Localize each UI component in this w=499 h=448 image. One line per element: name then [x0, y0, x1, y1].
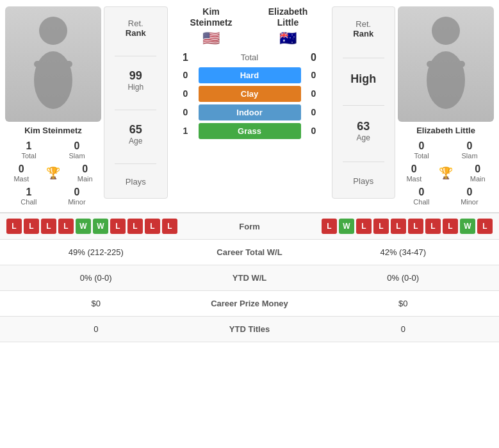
left-chall-val: 1 [26, 187, 31, 198]
right-chall-val: 0 [418, 187, 424, 198]
stats-right-value: 0 [314, 324, 493, 334]
grass-score-left: 1 [173, 126, 199, 136]
form-row: LLLLWWLLLL Form LWLLLLLLWL [0, 213, 499, 240]
form-badge-left: W [93, 219, 108, 234]
left-age-value: 65 [129, 123, 142, 137]
form-badge-right: L [425, 219, 441, 234]
stats-left-value: 49% (212-225) [6, 247, 186, 257]
right-stats-card: Ret. Rank High 63 Age Plays [332, 6, 396, 199]
stats-center-label: Career Total W/L [186, 247, 314, 257]
right-mast-val: 0 [411, 163, 417, 175]
form-badge-right: L [477, 219, 493, 234]
svg-point-1 [34, 51, 72, 109]
svg-rect-2 [34, 61, 72, 67]
right-player-card: Elizabeth Little 0 Total 0 Slam 0 Mast 🏆 [398, 6, 494, 206]
form-badge-right: L [443, 219, 458, 234]
right-chall-label: Chall [413, 198, 429, 206]
form-badge-right: L [356, 219, 372, 234]
stats-row: $0Career Prize Money$0 [0, 291, 499, 317]
form-badge-right: W [460, 219, 475, 234]
left-minor-val: 0 [74, 187, 79, 198]
total-score-left: 1 [173, 52, 199, 63]
grass-badge: Grass [199, 123, 301, 139]
form-badge-left: L [24, 219, 39, 234]
left-player-card: Kim Steinmetz 1 Total 0 Slam 0 Mast 🏆 [5, 6, 101, 206]
left-age-label: Age [129, 137, 142, 145]
left-total-label: Total [21, 152, 36, 160]
form-badge-right: L [391, 219, 406, 234]
right-total-label: Total [414, 152, 429, 160]
left-player-name: Kim Steinmetz [24, 126, 82, 135]
right-age-label: Age [357, 133, 370, 142]
form-badge-left: L [127, 219, 143, 234]
right-rank-ret: Ret. [356, 19, 371, 29]
stats-row: 0% (0-0)YTD W/L0% (0-0) [0, 265, 499, 291]
indoor-badge: Indoor [199, 104, 301, 120]
right-main-label: Main [470, 175, 486, 183]
right-player-photo [398, 6, 494, 122]
right-age-value: 63 [357, 120, 370, 133]
form-badge-right: L [373, 219, 389, 234]
stats-center-label: YTD W/L [186, 273, 314, 283]
left-high-value: 99 [129, 69, 142, 83]
left-center-name: KimSteinmetz [190, 6, 232, 28]
svg-rect-5 [427, 61, 465, 67]
form-badge-left: L [162, 219, 177, 234]
form-badge-right: L [408, 219, 423, 234]
left-plays-label: Plays [126, 177, 146, 187]
right-flag: 🇦🇺 [279, 30, 297, 47]
right-total-wins: 0 [419, 140, 425, 152]
clay-badge: Clay [199, 86, 301, 102]
svg-point-4 [427, 51, 465, 109]
form-badge-left: L [110, 219, 126, 234]
center-column: KimSteinmetz 🇺🇸 ElizabethLittle 🇦🇺 1 Tot… [170, 6, 329, 142]
total-score-right: 0 [301, 52, 327, 63]
stats-left-value: 0% (0-0) [6, 273, 186, 283]
right-minor-val: 0 [466, 187, 472, 198]
right-slam-val: 0 [467, 140, 473, 152]
svg-point-3 [432, 17, 460, 45]
form-badge-right: L [322, 219, 337, 234]
left-mast-val: 0 [19, 163, 24, 175]
left-rank-ret: Ret. [128, 19, 143, 28]
form-badges-right: LWLLLLLLWL [288, 219, 493, 234]
stats-right-value: $0 [314, 299, 493, 308]
stats-row: 0YTD Titles0 [0, 317, 499, 342]
right-player-name: Elizabeth Little [416, 126, 475, 135]
right-center-name: ElizabethLittle [268, 6, 307, 28]
clay-score-left: 0 [173, 88, 199, 99]
grass-score-right: 0 [301, 126, 327, 136]
form-badge-left: L [41, 219, 56, 234]
indoor-score-right: 0 [301, 107, 327, 117]
stats-left-value: 0 [6, 324, 186, 334]
right-plays-label: Plays [353, 176, 373, 186]
left-slam-label: Slam [69, 152, 85, 160]
left-player-photo [5, 6, 101, 122]
left-minor-label: Minor [68, 198, 86, 206]
indoor-score-left: 0 [173, 107, 199, 117]
right-mast-label: Mast [406, 175, 421, 183]
right-slam-label: Slam [462, 152, 478, 160]
left-trophy-icon: 🏆 [46, 166, 60, 180]
stats-right-value: 42% (34-47) [314, 247, 493, 257]
form-badges-left: LLLLWWLLLL [6, 219, 211, 234]
left-stats-card: Ret. Rank 99 High 65 Age Plays [104, 6, 168, 199]
stats-left-value: $0 [6, 299, 186, 308]
bottom-section: LLLLWWLLLL Form LWLLLLLLWL 49% (212-225)… [0, 212, 499, 342]
hard-badge: Hard [199, 67, 301, 83]
hard-score-left: 0 [173, 70, 199, 80]
left-high-label: High [127, 83, 143, 92]
form-badge-left: L [58, 219, 74, 234]
left-rank-label: Rank [126, 28, 146, 38]
clay-score-right: 0 [301, 88, 327, 99]
svg-point-0 [39, 17, 67, 45]
stats-right-value: 0% (0-0) [314, 273, 493, 283]
left-main-val: 0 [82, 163, 88, 175]
right-trophy-icon: 🏆 [439, 166, 453, 180]
right-minor-label: Minor [461, 198, 479, 206]
stats-center-label: Career Prize Money [186, 299, 314, 308]
form-badge-left: L [145, 219, 160, 234]
left-name-flag: KimSteinmetz 🇺🇸 [173, 6, 250, 47]
right-main-val: 0 [475, 163, 480, 175]
form-badge-left: L [6, 219, 22, 234]
